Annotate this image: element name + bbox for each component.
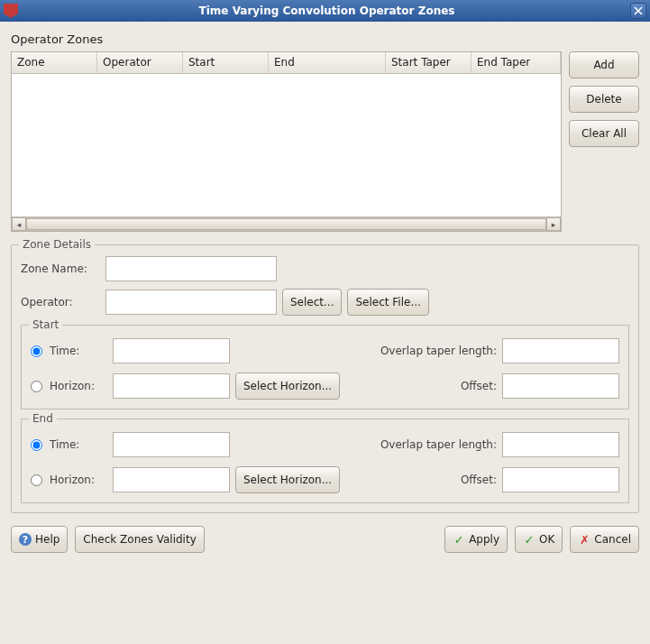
check-icon: ✓	[453, 533, 465, 546]
close-icon	[634, 6, 643, 15]
end-horizon-radio[interactable]	[31, 474, 42, 486]
operator-label: Operator:	[21, 296, 100, 308]
start-time-radio[interactable]	[31, 345, 42, 357]
scroll-left-icon[interactable]: ◂	[12, 217, 26, 231]
start-time-input[interactable]	[113, 338, 230, 363]
start-offset-label: Offset:	[461, 380, 497, 392]
ok-button[interactable]: ✓ OK	[515, 526, 563, 553]
end-horizon-label: Horizon:	[50, 474, 107, 486]
end-time-label: Time:	[50, 438, 107, 451]
start-select-horizon-button[interactable]: Select Horizon...	[235, 373, 340, 400]
scroll-right-icon[interactable]: ▸	[546, 217, 561, 231]
zones-row: Zone Operator Start End Start Taper End …	[11, 51, 639, 232]
start-legend: Start	[29, 318, 62, 331]
col-header-end-taper[interactable]: End Taper	[471, 52, 561, 73]
zone-name-label: Zone Name:	[21, 262, 100, 275]
zone-details-legend: Zone Details	[19, 238, 95, 251]
end-time-row: Time: Overlap taper length:	[31, 432, 619, 457]
start-time-label: Time:	[50, 345, 107, 357]
start-time-row: Time: Overlap taper length:	[31, 338, 619, 363]
col-header-start-taper[interactable]: Start Taper	[386, 52, 471, 73]
titlebar: Time Varying Convolution Operator Zones	[0, 0, 650, 22]
start-horizon-row: Horizon: Select Horizon... Offset:	[31, 373, 619, 400]
cancel-button-label: Cancel	[594, 533, 631, 546]
end-horizon-row: Horizon: Select Horizon... Offset:	[31, 466, 619, 493]
help-button-label: Help	[35, 533, 60, 546]
window-close-button[interactable]	[630, 3, 646, 19]
x-icon: ✗	[578, 533, 590, 546]
end-offset-label: Offset:	[461, 474, 497, 486]
end-legend: End	[29, 412, 57, 425]
window-title: Time Varying Convolution Operator Zones	[23, 5, 630, 17]
clear-all-button[interactable]: Clear All	[569, 120, 639, 147]
apply-button[interactable]: ✓ Apply	[444, 526, 508, 553]
operator-select-file-button[interactable]: Select File...	[347, 289, 428, 316]
zone-name-input[interactable]	[105, 256, 277, 281]
zone-details-fieldset: Zone Details Zone Name: Operator: Select…	[11, 244, 639, 513]
help-icon: ?	[19, 533, 32, 546]
start-horizon-label: Horizon:	[50, 380, 107, 392]
cancel-button[interactable]: ✗ Cancel	[570, 526, 639, 553]
col-header-start[interactable]: Start	[183, 52, 269, 73]
start-overlap-label: Overlap taper length:	[380, 345, 497, 357]
end-select-horizon-button[interactable]: Select Horizon...	[235, 466, 340, 493]
start-fieldset: Start Time: Overlap taper length: Horizo…	[21, 325, 629, 409]
delete-button[interactable]: Delete	[569, 86, 639, 113]
col-header-zone[interactable]: Zone	[12, 52, 97, 73]
zones-table-header: Zone Operator Start End Start Taper End …	[12, 52, 561, 74]
end-horizon-input[interactable]	[113, 467, 230, 492]
help-button[interactable]: ? Help	[11, 526, 68, 553]
start-offset-input[interactable]	[502, 373, 619, 399]
zones-table: Zone Operator Start End Start Taper End …	[11, 51, 562, 232]
col-header-operator[interactable]: Operator	[97, 52, 183, 73]
app-icon	[4, 4, 18, 18]
zone-name-row: Zone Name:	[21, 256, 629, 281]
add-button[interactable]: Add	[569, 51, 639, 78]
operator-row: Operator: Select... Select File...	[21, 289, 629, 316]
end-overlap-label: Overlap taper length:	[380, 438, 497, 451]
start-horizon-input[interactable]	[113, 373, 230, 399]
bottom-bar: ? Help Check Zones Validity ✓ Apply ✓ OK…	[11, 526, 639, 553]
col-header-end[interactable]: End	[269, 52, 386, 73]
operator-zones-label: Operator Zones	[11, 32, 639, 46]
zones-button-column: Add Delete Clear All	[569, 51, 639, 232]
operator-select-button[interactable]: Select...	[282, 289, 342, 316]
zones-table-hscrollbar[interactable]: ◂ ▸	[12, 216, 561, 231]
scroll-thumb[interactable]	[26, 218, 546, 230]
zones-table-body[interactable]	[12, 74, 561, 216]
ok-button-label: OK	[539, 533, 554, 546]
end-overlap-input[interactable]	[502, 432, 619, 457]
operator-input[interactable]	[105, 290, 277, 315]
check-icon: ✓	[523, 533, 536, 546]
start-overlap-input[interactable]	[502, 338, 619, 363]
window-body: Operator Zones Zone Operator Start End S…	[0, 22, 650, 564]
end-fieldset: End Time: Overlap taper length: Horizon:…	[21, 419, 629, 503]
scroll-track[interactable]	[26, 217, 546, 231]
start-horizon-radio[interactable]	[31, 381, 42, 392]
end-time-input[interactable]	[113, 432, 230, 457]
apply-button-label: Apply	[469, 533, 499, 546]
end-offset-input[interactable]	[502, 467, 619, 492]
end-time-radio[interactable]	[31, 439, 42, 451]
check-validity-button[interactable]: Check Zones Validity	[75, 526, 204, 553]
